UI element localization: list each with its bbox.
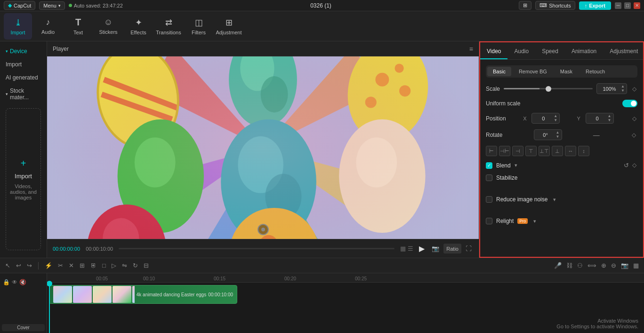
tl-split2-btn[interactable]: ⟺ (586, 261, 598, 270)
toolbar-filters[interactable]: ◫ Filters (185, 13, 213, 40)
uniform-scale-toggle[interactable] (622, 100, 637, 107)
tl-camera2-btn[interactable]: 📷 (620, 261, 630, 270)
play-button[interactable]: ▶ (419, 244, 425, 253)
tl-magnet-btn[interactable]: ⚇ (576, 261, 584, 270)
align-bottom[interactable]: ⊥ (552, 146, 563, 156)
tl-trim-btn[interactable]: ✂ (56, 261, 64, 270)
tl-mic-btn[interactable]: 🎤 (553, 261, 563, 270)
x-down[interactable]: ▼ (554, 119, 557, 122)
scale-input[interactable] (599, 86, 620, 92)
maximize-button[interactable]: □ (624, 2, 631, 9)
align-stretch-v[interactable]: ↕ (578, 146, 589, 156)
tl-split-btn[interactable]: ⚡ (43, 261, 54, 270)
scale-slider[interactable] (504, 88, 593, 89)
ratio-button[interactable]: Ratio (443, 244, 461, 254)
toolbar-transitions[interactable]: ⇄ Transitions (154, 13, 183, 40)
blend-chevron[interactable]: ▾ (515, 162, 517, 168)
cover-button[interactable]: Cover (2, 324, 45, 331)
sidebar-item-import[interactable]: Import (2, 58, 45, 71)
position-keyframe[interactable]: ◇ (631, 115, 637, 122)
toolbar-import[interactable]: ⤓ Import (4, 13, 32, 40)
sidebar-item-ai[interactable]: AI generated (2, 71, 45, 84)
tl-mirror-btn[interactable]: ⇋ (121, 261, 129, 270)
tab-animation[interactable]: Animation (565, 44, 603, 59)
toolbar-audio[interactable]: ♪ Audio (34, 13, 62, 40)
tl-crop-btn[interactable]: ⊞ (78, 261, 86, 270)
toolbar-adjustment[interactable]: ⊞ Adjustment (215, 13, 243, 40)
align-top[interactable]: ⊤ (525, 146, 537, 156)
shortcuts-button[interactable]: ⌨ Shortcuts (535, 1, 575, 10)
tl-shield-btn[interactable]: ⛨ (89, 261, 98, 270)
track-mute-btn[interactable]: 🔇 (19, 279, 26, 285)
logo-button[interactable]: ◆ CapCut (4, 1, 35, 10)
rotate-input[interactable] (536, 132, 555, 138)
tl-rotate-btn[interactable]: ↻ (131, 261, 139, 270)
tl-link-btn[interactable]: ⛓ (565, 261, 574, 270)
x-up[interactable]: ▲ (554, 114, 557, 118)
camera-icon[interactable]: 📷 (430, 244, 441, 254)
track-eye-btn[interactable]: 👁 (12, 279, 17, 285)
rotate-up[interactable]: ▲ (556, 131, 560, 135)
align-stretch-h[interactable]: ↔ (565, 146, 576, 156)
subtab-remove-bg[interactable]: Remove BG (513, 67, 553, 76)
rotate-keyframe[interactable]: ◇ (631, 132, 637, 138)
sidebar-item-device[interactable]: ▾ Device (2, 45, 45, 57)
minimize-button[interactable]: ─ (615, 2, 621, 9)
tl-play-btn[interactable]: ▷ (110, 261, 118, 270)
export-button[interactable]: ↑ Export (579, 1, 611, 10)
tl-minus-btn[interactable]: ⊖ (610, 261, 618, 270)
blend-reset-icon[interactable]: ↺ (624, 162, 629, 169)
align-left[interactable]: ⊢ (486, 146, 497, 156)
tl-plus-btn[interactable]: ⊕ (600, 261, 608, 270)
tl-redo-btn[interactable]: ↪ (25, 261, 33, 270)
playhead[interactable] (49, 283, 50, 333)
scale-down[interactable]: ▼ (621, 89, 625, 93)
tl-cursor-btn[interactable]: ↖ (4, 261, 12, 270)
scale-up[interactable]: ▲ (621, 85, 625, 88)
tl-fit-btn[interactable]: ⊟ (142, 261, 150, 270)
tab-audio[interactable]: Audio (507, 44, 535, 59)
stabilize-checkbox[interactable] (486, 174, 492, 181)
align-center-h[interactable]: ⊣⊢ (499, 146, 510, 156)
relight-chevron[interactable]: ▾ (533, 218, 536, 224)
align-center-v[interactable]: ⊥⊤ (539, 146, 550, 156)
toolbar-text[interactable]: T Text (64, 13, 92, 40)
noise-chevron[interactable]: ▾ (553, 197, 556, 203)
list-icon[interactable]: ☰ (408, 245, 413, 252)
sidebar-item-stock[interactable]: ▾ Stock mater... (2, 85, 45, 103)
tab-speed[interactable]: Speed (535, 44, 565, 59)
tab-adjustment[interactable]: Adjustment (603, 44, 644, 59)
relight-checkbox[interactable] (486, 218, 492, 224)
grid-icon[interactable]: ▦ (400, 245, 406, 252)
scale-keyframe[interactable]: ◇ (631, 86, 637, 92)
tl-frame-btn[interactable]: □ (101, 261, 107, 270)
rotate-down[interactable]: ▼ (556, 135, 560, 139)
fullscreen-icon[interactable]: ⛶ (464, 244, 473, 254)
tab-video[interactable]: Video (480, 44, 507, 59)
progress-bar[interactable] (119, 248, 394, 249)
tl-delete-btn[interactable]: ✕ (67, 261, 75, 270)
y-up[interactable]: ▲ (608, 114, 612, 118)
menu-button[interactable]: Menu ▾ (39, 1, 65, 10)
position-x-field[interactable] (534, 116, 553, 121)
y-down[interactable]: ▼ (608, 119, 612, 122)
subtab-retouch[interactable]: Retouch (580, 67, 611, 76)
close-button[interactable]: ✕ (634, 2, 640, 9)
align-right[interactable]: ⊣ (512, 146, 523, 156)
toolbar-stickers[interactable]: ☺ Stickers (94, 13, 122, 40)
subtab-mask[interactable]: Mask (555, 67, 578, 76)
toolbar-effects[interactable]: ✦ Effects (124, 13, 153, 40)
layout-button[interactable]: ⊞ (519, 1, 531, 10)
tl-undo-btn[interactable]: ↩ (15, 261, 23, 270)
subtab-basic[interactable]: Basic (487, 67, 511, 76)
video-track[interactable]: 4k animated dancing Easter eggs 00:00:10… (49, 285, 237, 304)
tl-grid-btn[interactable]: ▦ (632, 261, 640, 270)
reduce-noise-checkbox[interactable] (486, 196, 492, 203)
player-menu-icon[interactable]: ≡ (469, 45, 473, 53)
track-lock-btn[interactable]: 🔒 (3, 279, 10, 285)
timeline-main[interactable]: 00:05 00:10 00:15 00:20 00:25 (47, 273, 644, 333)
rotate-reset[interactable]: — (593, 131, 600, 139)
blend-keyframe[interactable]: ◇ (631, 162, 637, 168)
position-y-field[interactable] (588, 116, 607, 121)
import-drop-area[interactable]: + Import Videos, audios, and images (6, 108, 41, 250)
